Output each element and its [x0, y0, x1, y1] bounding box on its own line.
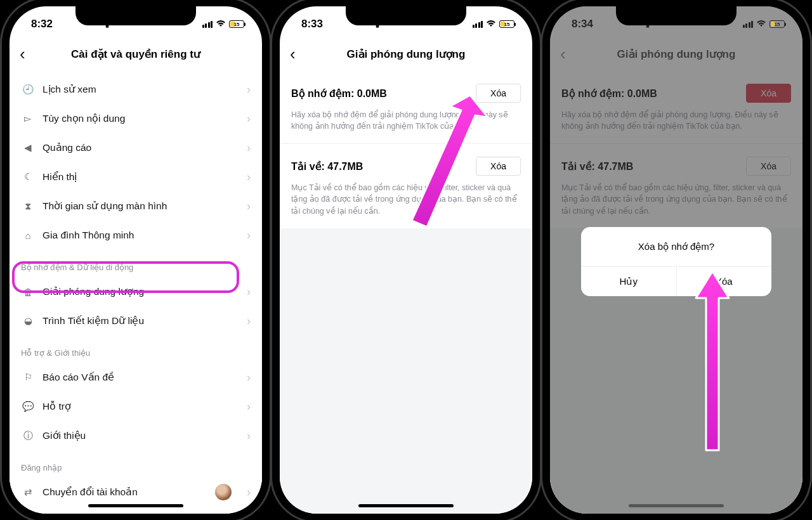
signal-icon — [473, 21, 483, 28]
downloads-card: Tải về: 47.7MB Xóa Mục Tải về có thể bao… — [280, 143, 532, 228]
home-indicator[interactable] — [358, 504, 454, 507]
settings-list[interactable]: 🕘Lịch sử xem› ▻Tùy chọn nội dung› ◀Quảng… — [10, 71, 262, 514]
clear-downloads-button[interactable]: Xóa — [476, 157, 521, 176]
row-ads[interactable]: ◀Quảng cáo› — [10, 133, 262, 162]
battery-icon: 15 — [499, 20, 514, 28]
chat-icon: 💬 — [21, 401, 35, 412]
header: ‹ Cài đặt và quyền riêng tư — [10, 37, 262, 71]
row-family[interactable]: ⌂Gia đình Thông minh› — [10, 221, 262, 250]
modal-title: Xóa bộ nhớ đệm? — [581, 227, 771, 266]
row-free-up-space[interactable]: 🗑Giải phóng dung lượng› — [10, 277, 262, 306]
back-icon[interactable]: ‹ — [20, 46, 25, 62]
moon-icon: ☾ — [21, 171, 35, 183]
row-switch-account[interactable]: ⇄Chuyển đổi tài khoản› — [10, 478, 262, 507]
phone-2-free-space: 8:33 ▮ 15 ‹ Giải phóng dung lượng Bộ nhớ… — [280, 6, 532, 514]
battery-icon: 15 — [229, 20, 244, 28]
free-space-screen: Bộ nhớ đệm: 0.0MB Xóa Hãy xóa bộ nhớ đệm… — [280, 71, 532, 514]
downloads-desc: Mục Tải về có thể bao gồm các hiệu ứng, … — [291, 182, 521, 216]
back-icon[interactable]: ‹ — [290, 46, 296, 62]
cache-card: Bộ nhớ đệm: 0.0MB Xóa Hãy xóa bộ nhớ đệm… — [280, 71, 532, 143]
phone-3-confirm: 8:34 ▮ 15 ‹ Giải phóng dung lượng Bộ nhớ… — [550, 6, 802, 514]
info-icon: ⓘ — [21, 430, 35, 442]
swap-icon: ⇄ — [21, 486, 35, 498]
row-support[interactable]: 💬Hỗ trợ› — [10, 392, 262, 421]
row-display[interactable]: ☾Hiển thị› — [10, 162, 262, 192]
page-title: Cài đặt và quyền riêng tư — [71, 48, 200, 61]
drop-icon: ◒ — [21, 315, 35, 327]
wifi-icon — [756, 19, 766, 29]
chevron-right-icon: › — [247, 83, 251, 96]
row-about[interactable]: ⓘGiới thiệu› — [10, 421, 262, 450]
flag-icon: ⚐ — [21, 372, 35, 383]
wifi-icon — [486, 19, 496, 29]
clock: 8:34 — [572, 18, 593, 30]
home-icon: ⌂ — [21, 230, 35, 241]
notch — [75, 6, 196, 25]
section-login: Đăng nhập — [10, 450, 262, 478]
modal-confirm-button[interactable]: Xóa — [676, 267, 772, 296]
downloads-size-label: Tải về: 47.7MB — [291, 160, 363, 172]
notch — [346, 6, 466, 25]
battery-icon: 15 — [769, 20, 785, 28]
row-screen-time[interactable]: ⧗Thời gian sử dụng màn hình› — [10, 192, 262, 221]
section-cache: Bộ nhớ đệm & Dữ liệu di động — [10, 250, 262, 277]
wifi-icon — [216, 19, 226, 29]
header: ‹ Giải phóng dung lượng — [280, 37, 532, 71]
cache-desc: Hãy xóa bộ nhớ đệm để giải phóng dung lư… — [291, 109, 521, 132]
avatar — [215, 484, 232, 500]
row-watch-history[interactable]: 🕘Lịch sử xem› — [10, 75, 262, 104]
row-data-saver[interactable]: ◒Trình Tiết kiệm Dữ liệu› — [10, 306, 262, 335]
row-content-prefs[interactable]: ▻Tùy chọn nội dung› — [10, 104, 262, 133]
clock-icon: 🕘 — [21, 84, 35, 95]
hourglass-icon: ⧗ — [21, 200, 35, 212]
clear-cache-button[interactable]: Xóa — [476, 84, 521, 103]
clock: 8:32 — [31, 18, 53, 30]
megaphone-icon: ◀ — [21, 142, 35, 153]
cache-size-label: Bộ nhớ đệm: 0.0MB — [291, 88, 387, 100]
signal-icon — [743, 21, 754, 28]
home-indicator[interactable] — [88, 504, 183, 507]
modal-cancel-button[interactable]: Hủy — [581, 267, 676, 296]
signal-icon — [202, 21, 213, 28]
home-indicator[interactable] — [629, 504, 724, 507]
clock: 8:33 — [301, 18, 323, 30]
phone-1-settings: 8:32 ▮ 15 ‹ Cài đặt và quyền riêng tư 🕘L… — [10, 6, 262, 514]
trash-icon: 🗑 — [21, 287, 35, 297]
page-title: Giải phóng dung lượng — [347, 48, 466, 61]
row-report[interactable]: ⚐Báo cáo Vấn đề› — [10, 363, 262, 392]
section-help: Hỗ trợ & Giới thiệu — [10, 335, 262, 363]
confirm-modal: Xóa bộ nhớ đệm? Hủy Xóa — [581, 227, 771, 296]
video-icon: ▻ — [21, 113, 35, 124]
notch — [616, 6, 737, 25]
